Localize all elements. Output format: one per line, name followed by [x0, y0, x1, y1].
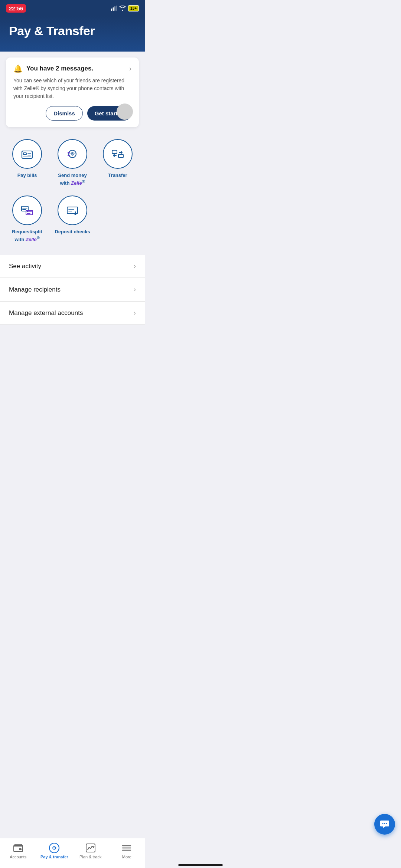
- manage-recipients-item[interactable]: Manage recipients ›: [0, 278, 145, 301]
- see-activity-label: See activity: [9, 263, 41, 270]
- deposit-checks-item[interactable]: Deposit checks: [51, 193, 94, 246]
- send-money-zelle-icon: $: [66, 147, 79, 161]
- status-bar: 22:56 13+: [0, 0, 145, 16]
- header: Pay & Transfer: [0, 16, 145, 52]
- bell-icon: 🔔: [13, 64, 23, 73]
- feature-grid-row1: Pay bills $ Send money with Zelle®: [0, 130, 145, 193]
- svg-rect-5: [23, 153, 26, 155]
- status-time: 22:56: [6, 4, 26, 13]
- notification-actions: Dismiss Get started: [13, 106, 131, 121]
- pay-bills-circle: [12, 139, 42, 169]
- send-money-zelle-item[interactable]: $ Send money with Zelle®: [51, 136, 94, 190]
- scroll-indicator[interactable]: [117, 103, 133, 120]
- manage-external-accounts-label: Manage external accounts: [9, 309, 83, 317]
- status-icons: 13+: [111, 5, 139, 11]
- deposit-checks-label: Deposit checks: [55, 229, 90, 235]
- request-split-label: Request/split with Zelle®: [7, 229, 47, 243]
- request-split-item[interactable]: Request/split with Zelle®: [6, 193, 48, 246]
- notification-body: You can see which of your friends are re…: [13, 77, 131, 100]
- send-money-zelle-label: Send money with Zelle®: [53, 172, 92, 187]
- svg-rect-23: [67, 207, 78, 214]
- pay-bills-icon: [20, 147, 34, 161]
- pay-bills-item[interactable]: Pay bills: [6, 136, 48, 190]
- svg-rect-16: [118, 154, 123, 158]
- svg-rect-3: [116, 6, 117, 11]
- request-split-circle: [12, 195, 42, 225]
- send-money-zelle-circle: $: [58, 139, 87, 169]
- transfer-label: Transfer: [108, 172, 127, 179]
- manage-recipients-chevron-icon: ›: [134, 286, 136, 293]
- deposit-checks-icon: [66, 204, 79, 217]
- deposit-checks-circle: [58, 195, 87, 225]
- battery-icon: 13+: [128, 5, 139, 11]
- feature-grid-row2: Request/split with Zelle® Deposit checks: [0, 193, 145, 252]
- notification-header: 🔔 You have 2 messages. ›: [13, 64, 131, 73]
- page-title: Pay & Transfer: [9, 24, 136, 38]
- manage-recipients-label: Manage recipients: [9, 286, 61, 293]
- svg-rect-15: [112, 150, 117, 154]
- transfer-icon: [111, 147, 124, 161]
- list-section: See activity › Manage recipients › Manag…: [0, 255, 145, 325]
- notification-chevron-icon[interactable]: ›: [129, 65, 131, 73]
- manage-external-accounts-item[interactable]: Manage external accounts ›: [0, 302, 145, 325]
- scroll-area: [97, 193, 139, 246]
- notification-title: You have 2 messages.: [26, 65, 93, 72]
- manage-external-accounts-chevron-icon: ›: [134, 309, 136, 317]
- svg-rect-1: [113, 7, 114, 11]
- pay-bills-label: Pay bills: [17, 172, 37, 179]
- svg-text:$: $: [71, 151, 74, 157]
- svg-rect-0: [111, 9, 112, 11]
- see-activity-chevron-icon: ›: [134, 262, 136, 270]
- signal-icon: [111, 6, 117, 11]
- main-content: 🔔 You have 2 messages. › You can see whi…: [0, 57, 145, 358]
- svg-rect-2: [114, 6, 115, 11]
- request-split-icon: [20, 204, 34, 217]
- wifi-icon: [119, 6, 126, 11]
- dismiss-button[interactable]: Dismiss: [46, 106, 83, 121]
- transfer-circle: [103, 139, 133, 169]
- transfer-item[interactable]: Transfer: [97, 136, 139, 190]
- see-activity-item[interactable]: See activity ›: [0, 255, 145, 278]
